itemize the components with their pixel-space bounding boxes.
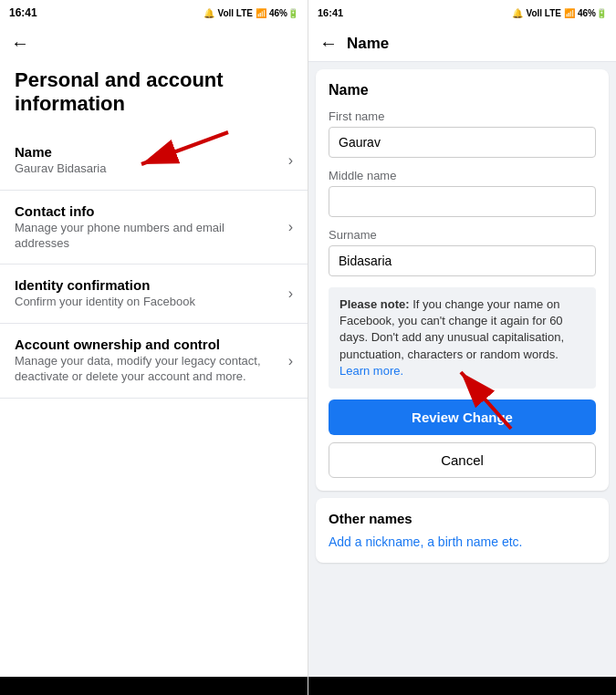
- other-names-link[interactable]: Add a nickname, a birth name etc.: [329, 534, 522, 549]
- menu-item-contact[interactable]: Contact info Manage your phone numbers a…: [0, 191, 308, 265]
- wifi-icon: Voll LTE: [217, 8, 253, 18]
- first-name-input[interactable]: [329, 127, 596, 158]
- page-title-section: Personal and account information: [0, 61, 308, 131]
- right-notification-icon: 🔔: [512, 8, 523, 18]
- menu-list: Name Gaurav Bidasaria › Contact info Man…: [0, 131, 308, 677]
- form-section-title: Name: [329, 82, 596, 99]
- chevron-icon-3: ›: [288, 285, 293, 302]
- battery-icon: 46%🔋: [269, 8, 298, 18]
- left-bottom-bar: [0, 677, 308, 695]
- review-change-button[interactable]: Review Change: [329, 399, 596, 435]
- cancel-button[interactable]: Cancel: [329, 442, 596, 478]
- first-name-field: First name: [329, 109, 596, 158]
- right-page-title: Name: [347, 35, 389, 53]
- page-title: Personal and account information: [15, 68, 293, 117]
- menu-item-account-content: Account ownership and control Manage you…: [15, 337, 281, 385]
- left-back-button[interactable]: ←: [11, 33, 29, 54]
- left-time: 16:41: [9, 6, 37, 19]
- left-status-bar: 16:41 🔔 Voll LTE 📶 46%🔋: [0, 0, 308, 26]
- right-bottom-bar: [308, 677, 616, 695]
- menu-item-contact-title: Contact info: [15, 203, 281, 219]
- menu-item-identity-subtitle: Confirm your identity on Facebook: [15, 295, 281, 310]
- right-signal-icon: 📶: [564, 8, 575, 18]
- chevron-icon-2: ›: [288, 219, 293, 235]
- right-back-button[interactable]: ←: [319, 33, 338, 54]
- right-content: Name First name Middle name Surname Plea…: [308, 62, 616, 677]
- menu-item-name-title: Name: [15, 144, 281, 160]
- right-status-icons: 🔔 Voll LTE 📶 46%🔋: [512, 8, 607, 18]
- menu-item-identity-content: Identity confirmation Confirm your ident…: [15, 277, 281, 310]
- middle-name-input[interactable]: [329, 186, 596, 217]
- other-names-title: Other names: [329, 511, 596, 526]
- menu-item-name-content: Name Gaurav Bidasaria: [15, 144, 281, 177]
- menu-item-contact-content: Contact info Manage your phone numbers a…: [15, 203, 281, 252]
- notice-bold: Please note:: [339, 297, 410, 311]
- right-status-bar: 16:41 🔔 Voll LTE 📶 46%🔋: [308, 0, 616, 26]
- right-time: 16:41: [318, 7, 343, 18]
- right-battery-icon: 46%🔋: [578, 8, 607, 18]
- first-name-label: First name: [329, 109, 596, 123]
- menu-item-account-subtitle: Manage your data, modify your legacy con…: [15, 354, 281, 385]
- left-status-icons: 🔔 Voll LTE 📶 46%🔋: [204, 8, 298, 18]
- notice-box: Please note: If you change your name on …: [329, 287, 596, 389]
- menu-item-account[interactable]: Account ownership and control Manage you…: [0, 324, 308, 399]
- surname-label: Surname: [329, 228, 596, 242]
- other-names-card: Other names Add a nickname, a birth name…: [316, 498, 609, 563]
- surname-field: Surname: [329, 228, 596, 276]
- menu-item-contact-subtitle: Manage your phone numbers and email addr…: [15, 221, 281, 252]
- menu-item-identity-title: Identity confirmation: [15, 277, 281, 293]
- right-back-bar: ← Name: [308, 26, 616, 62]
- notification-icon: 🔔: [204, 8, 214, 18]
- surname-input[interactable]: [329, 245, 596, 276]
- menu-item-account-title: Account ownership and control: [15, 337, 281, 352]
- name-form-card: Name First name Middle name Surname Plea…: [316, 69, 609, 491]
- learn-more-link[interactable]: Learn more.: [339, 364, 403, 378]
- right-wifi-icon: Voll LTE: [526, 8, 561, 18]
- left-back-bar: ←: [0, 26, 308, 61]
- middle-name-label: Middle name: [329, 169, 596, 182]
- chevron-icon-4: ›: [288, 353, 293, 369]
- chevron-icon: ›: [288, 152, 293, 169]
- signal-icon: 📶: [256, 8, 266, 18]
- menu-item-name[interactable]: Name Gaurav Bidasaria ›: [0, 131, 308, 191]
- middle-name-field: Middle name: [329, 169, 596, 217]
- menu-item-name-subtitle: Gaurav Bidasaria: [15, 161, 281, 177]
- menu-item-identity[interactable]: Identity confirmation Confirm your ident…: [0, 265, 308, 324]
